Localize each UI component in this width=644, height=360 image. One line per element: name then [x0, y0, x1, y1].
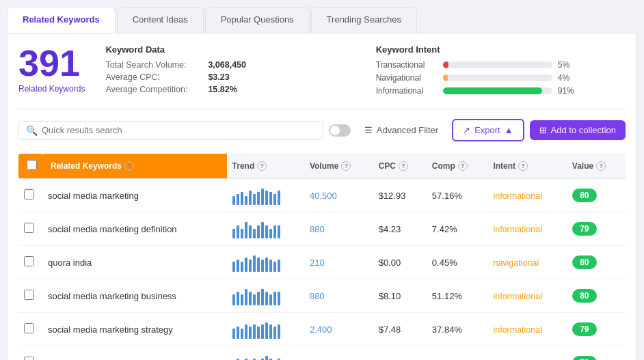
trend-bars	[232, 186, 299, 205]
value-badge: 80	[572, 255, 597, 269]
help-icon-value[interactable]: ?	[596, 161, 606, 171]
intent-bar-navigational	[443, 74, 448, 81]
main-panel: 391 Related Keywords Keyword Data Total …	[7, 33, 637, 360]
trend-bar	[257, 225, 260, 238]
th-comp: Comp ?	[427, 154, 488, 179]
keyword-link[interactable]: social media marketing strategy	[48, 324, 173, 335]
tab-related-keywords[interactable]: Related Keywords	[7, 7, 116, 33]
row-checkbox[interactable]	[24, 189, 34, 199]
keyword-link[interactable]: quora india	[48, 258, 92, 268]
toolbar: 🔍 ☰ Advanced Filter ↗ Export ▲ ⊞ Add to …	[18, 115, 626, 146]
row-checkbox[interactable]	[24, 357, 34, 360]
tab-trending-searches[interactable]: Trending Searches	[311, 7, 417, 33]
advanced-filter-button[interactable]: ☰ Advanced Filter	[356, 121, 446, 139]
intent-label-transactional: Transactional	[376, 60, 438, 70]
search-input[interactable]	[42, 125, 316, 135]
value-cell: 79	[567, 313, 626, 346]
trend-bar	[245, 289, 247, 305]
help-icon-volume[interactable]: ?	[341, 161, 351, 171]
tab-popular-questions[interactable]: Popular Questions	[205, 7, 310, 33]
cpc-cell: $0.00	[373, 246, 427, 279]
row-checkbox[interactable]	[24, 223, 34, 233]
row-checkbox-cell	[18, 212, 42, 246]
trend-bar	[253, 255, 256, 272]
trend-bar	[257, 192, 260, 205]
intent-label: informational	[493, 325, 542, 335]
help-icon-trend[interactable]: ?	[257, 161, 267, 171]
summary-section: 391 Related Keywords Keyword Data Total …	[18, 44, 626, 99]
comp-cell: 0.45%	[427, 246, 488, 279]
help-icon-keyword[interactable]: ?	[124, 161, 134, 171]
trend-bars	[232, 320, 299, 339]
th-value-label: Value ?	[572, 161, 606, 171]
th-value: Value ?	[567, 154, 626, 179]
intent-label: informational	[493, 191, 542, 201]
volume-value: 880	[310, 224, 325, 234]
trend-bar	[232, 262, 235, 272]
value-cell: 80	[567, 279, 626, 313]
comp-cell: 7.42%	[427, 212, 488, 246]
th-comp-label: Comp ?	[432, 161, 468, 171]
intent-pct-navigational: 4%	[558, 73, 578, 83]
keyword-link[interactable]: social media marketing articles	[48, 358, 170, 361]
help-icon-cpc[interactable]: ?	[399, 161, 408, 171]
table-row: social media marketing business880$8.105…	[18, 279, 626, 313]
keywords-table-wrap: Related Keywords ? Trend ?	[18, 154, 626, 360]
trend-bar	[241, 229, 243, 238]
trend-bar	[249, 327, 252, 339]
trend-bar	[273, 262, 276, 272]
trend-bar	[278, 260, 280, 272]
value-badge: 79	[572, 322, 597, 336]
trend-bars	[232, 219, 299, 238]
trend-bar	[249, 225, 252, 238]
trend-bar	[273, 194, 276, 205]
export-button[interactable]: ↗ Export ▲	[452, 119, 524, 141]
add-collection-label: Add to collection	[551, 125, 616, 135]
volume-cell: 210	[304, 246, 373, 279]
trend-bar	[241, 294, 243, 305]
th-trend: Trend ?	[227, 154, 304, 179]
intent-cell: informational	[487, 212, 566, 246]
tab-content-ideas[interactable]: Content Ideas	[117, 7, 204, 33]
intent-cell: informational	[487, 346, 566, 361]
trend-bar	[249, 191, 252, 205]
keyword-cell: social media marketing articles	[42, 346, 227, 361]
trend-bar	[261, 222, 264, 238]
cpc-cell: $4.16	[373, 346, 427, 361]
trend-bar	[265, 258, 268, 272]
th-intent-label: Intent ?	[493, 161, 528, 171]
trend-cell	[227, 279, 304, 313]
keyword-cell: social media marketing definition	[42, 212, 227, 246]
kd-value-cpc: $3.23	[208, 72, 229, 82]
trend-bar	[278, 292, 280, 305]
row-checkbox[interactable]	[24, 290, 34, 300]
table-row: social media marketing articles480$4.161…	[18, 346, 626, 361]
row-checkbox[interactable]	[24, 256, 34, 266]
value-cell: 80	[567, 179, 626, 212]
volume-cell: 880	[304, 279, 373, 313]
keyword-link[interactable]: social media marketing business	[48, 291, 176, 301]
value-badge: 80	[572, 189, 597, 202]
keyword-data-section: Keyword Data Total Search Volume: 3,068,…	[105, 44, 355, 97]
toggle-switch[interactable]	[329, 124, 351, 137]
kd-label-cpc: Average CPC:	[105, 72, 208, 82]
search-box[interactable]: 🔍	[18, 121, 323, 140]
keyword-intent-title: Keyword Intent	[376, 44, 626, 55]
trend-bar	[265, 292, 268, 305]
keyword-link[interactable]: social media marketing definition	[48, 224, 177, 234]
keyword-link[interactable]: social media marketing	[48, 191, 139, 201]
add-to-collection-button[interactable]: ⊞ Add to collection	[530, 120, 626, 140]
cpc-cell: $7.48	[373, 313, 427, 346]
help-icon-intent[interactable]: ?	[518, 161, 528, 171]
value-badge: 80	[572, 289, 597, 303]
select-all-checkbox[interactable]	[27, 160, 37, 170]
advanced-filter-label: Advanced Filter	[377, 125, 438, 135]
volume-cell: 480	[304, 346, 373, 361]
keyword-count-label: Related Keywords	[18, 84, 85, 94]
help-icon-comp[interactable]: ?	[458, 161, 468, 171]
row-checkbox[interactable]	[24, 323, 34, 333]
volume-cell: 40,500	[304, 179, 373, 212]
trend-bar	[265, 322, 268, 339]
intent-label: informational	[493, 292, 542, 301]
cpc-cell: $12.93	[373, 179, 427, 212]
